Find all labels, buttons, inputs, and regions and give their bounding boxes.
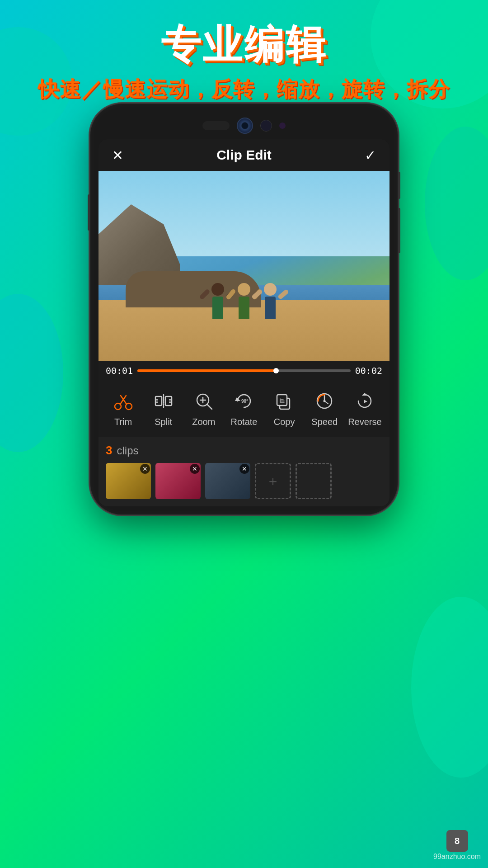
time-start: 00:01 bbox=[106, 365, 133, 376]
screen-title: Clip Edit bbox=[216, 147, 272, 163]
timeline-thumb[interactable] bbox=[273, 368, 279, 373]
phone-screen: ✕ Clip Edit ✓ bbox=[99, 139, 389, 506]
volume-button-left bbox=[88, 194, 90, 231]
proximity-sensor bbox=[260, 120, 272, 132]
arm-right-3 bbox=[277, 288, 289, 299]
clip-2-remove-button[interactable]: ✕ bbox=[190, 464, 200, 474]
speed-icon bbox=[312, 389, 337, 413]
clip-3-remove-button[interactable]: ✕ bbox=[239, 464, 249, 474]
rotate-tool[interactable]: 90° Rotate bbox=[224, 389, 264, 427]
watermark: 8 99anzhuo.com bbox=[433, 830, 481, 861]
clip-1-remove-button[interactable]: ✕ bbox=[140, 464, 150, 474]
main-title: 专业编辑 bbox=[0, 18, 488, 72]
split-tool[interactable]: Split bbox=[143, 389, 183, 427]
light-sensor bbox=[279, 123, 286, 129]
svg-point-27 bbox=[324, 400, 326, 402]
sub-title: 快速／慢速运动，反转，缩放，旋转，拆分 bbox=[0, 75, 488, 104]
clip-thumbnail-3[interactable]: ✕ bbox=[205, 463, 250, 499]
clips-count: 3 bbox=[106, 443, 112, 458]
video-preview bbox=[99, 171, 389, 361]
watermark-icon: 8 bbox=[446, 830, 468, 852]
svg-marker-29 bbox=[364, 400, 367, 403]
person-3 bbox=[264, 283, 277, 319]
bg-decoration-4 bbox=[0, 294, 63, 452]
trim-tool[interactable]: Trim bbox=[103, 389, 143, 427]
svg-marker-17 bbox=[235, 397, 240, 401]
split-label: Split bbox=[155, 417, 172, 427]
close-button[interactable]: ✕ bbox=[112, 147, 123, 163]
bg-decoration-5 bbox=[411, 597, 488, 778]
svg-marker-28 bbox=[362, 393, 367, 396]
rotate-label: Rotate bbox=[231, 417, 258, 427]
people-group bbox=[99, 283, 389, 319]
zoom-label: Zoom bbox=[192, 417, 215, 427]
clips-row: ✕ ✕ ✕ ＋ bbox=[106, 463, 382, 499]
person-1 bbox=[211, 283, 224, 319]
phone-shell: ✕ Clip Edit ✓ bbox=[90, 104, 398, 514]
speed-label: Speed bbox=[311, 417, 338, 427]
reverse-icon bbox=[352, 389, 377, 413]
arm-left bbox=[199, 288, 210, 300]
zoom-icon bbox=[192, 389, 216, 413]
clip-thumbnail-1[interactable]: ✕ bbox=[106, 463, 151, 499]
phone-mockup: ✕ Clip Edit ✓ bbox=[90, 104, 398, 514]
confirm-button[interactable]: ✓ bbox=[365, 147, 376, 163]
clips-label: clips bbox=[117, 444, 138, 457]
timeline-progress bbox=[137, 369, 276, 372]
scissors-icon bbox=[111, 389, 136, 413]
person-3-body bbox=[265, 297, 276, 319]
add-clip-icon: ＋ bbox=[266, 472, 280, 491]
reverse-label: Reverse bbox=[348, 417, 381, 427]
phone-sensor bbox=[202, 121, 230, 130]
add-clip-button[interactable]: ＋ bbox=[255, 463, 291, 499]
person-2 bbox=[238, 283, 250, 319]
rotate-icon: 90° bbox=[232, 389, 256, 413]
clips-area: 3 clips ✕ ✕ ✕ ＋ bbox=[99, 437, 389, 506]
speed-tool[interactable]: Speed bbox=[305, 389, 345, 427]
copy-label: Copy bbox=[274, 417, 295, 427]
clip-thumbnail-2[interactable]: ✕ bbox=[155, 463, 201, 499]
volume-button-right bbox=[398, 208, 400, 253]
title-area: 专业编辑 快速／慢速运动，反转，缩放，旋转，拆分 bbox=[0, 18, 488, 104]
bg-decoration-3 bbox=[425, 127, 488, 280]
edit-toolbar: Trim bbox=[99, 381, 389, 437]
app-header: ✕ Clip Edit ✓ bbox=[99, 139, 389, 171]
person-3-arms bbox=[251, 292, 289, 299]
person-2-body bbox=[239, 297, 249, 319]
arm-left-2 bbox=[225, 288, 236, 300]
zoom-tool[interactable]: Zoom bbox=[183, 389, 224, 427]
svg-line-14 bbox=[207, 404, 212, 409]
svg-rect-20 bbox=[277, 395, 287, 406]
timeline-bar: 00:01 00:02 bbox=[99, 361, 389, 381]
watermark-logo: 8 99anzhuo.com bbox=[433, 830, 481, 861]
split-icon bbox=[151, 389, 176, 413]
add-clip-placeholder bbox=[296, 463, 332, 499]
time-end: 00:02 bbox=[355, 365, 382, 376]
reverse-tool[interactable]: Reverse bbox=[345, 389, 385, 427]
trim-label: Trim bbox=[114, 417, 132, 427]
phone-top-notch bbox=[99, 112, 389, 139]
front-camera bbox=[237, 118, 253, 134]
power-button bbox=[398, 172, 400, 199]
watermark-site: 99anzhuo.com bbox=[433, 853, 481, 861]
timeline-track[interactable] bbox=[137, 369, 351, 372]
copy-icon bbox=[272, 389, 296, 413]
svg-text:90°: 90° bbox=[241, 399, 248, 404]
person-1-body bbox=[212, 297, 223, 319]
clips-header: 3 clips bbox=[106, 443, 382, 458]
copy-tool[interactable]: Copy bbox=[264, 389, 305, 427]
